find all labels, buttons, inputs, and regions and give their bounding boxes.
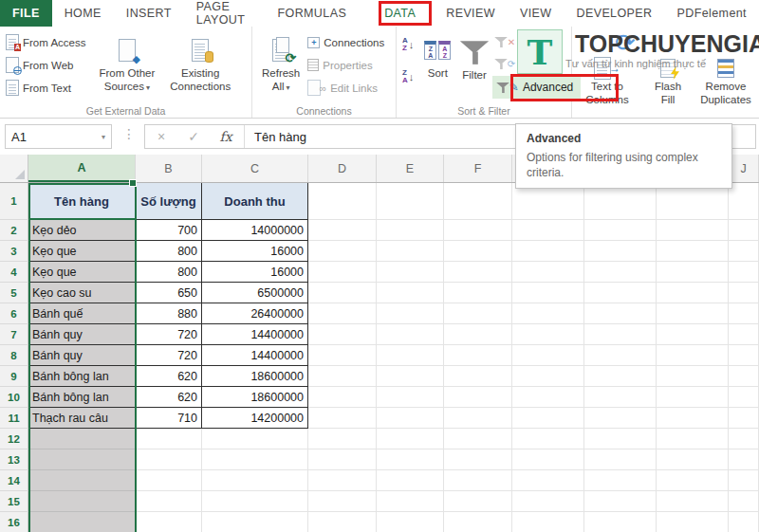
cell-J14[interactable] — [729, 470, 759, 491]
cell-A12[interactable] — [28, 429, 136, 449]
cell-G9[interactable] — [512, 366, 584, 387]
cell-I11[interactable] — [657, 408, 729, 429]
cell-F9[interactable] — [444, 366, 512, 387]
cell-B14[interactable] — [136, 470, 202, 491]
cell-D3[interactable] — [308, 241, 377, 262]
cell-E10[interactable] — [377, 387, 444, 408]
tab-pdfelement[interactable]: PDFelement — [665, 0, 759, 27]
cell-E5[interactable] — [377, 283, 444, 303]
workbook-connections-button[interactable]: + Connections — [307, 32, 384, 52]
column-header-b[interactable]: B — [136, 155, 202, 182]
cell-D15[interactable] — [308, 491, 377, 512]
edit-links-button[interactable]: ∞ Edit Links — [307, 78, 384, 98]
column-header-a[interactable]: A — [28, 155, 136, 182]
cell-I5[interactable] — [657, 283, 729, 303]
cell-H8[interactable] — [584, 345, 657, 366]
cell-C2[interactable]: 14000000 — [202, 220, 308, 241]
cell-J3[interactable] — [729, 241, 759, 262]
cell-C11[interactable]: 14200000 — [202, 408, 308, 429]
cell-J11[interactable] — [729, 408, 759, 429]
cell-E15[interactable] — [377, 491, 444, 512]
sort-descending-button[interactable]: ZA ↓ — [399, 64, 417, 89]
cell-G2[interactable] — [512, 220, 584, 241]
cell-E14[interactable] — [377, 470, 444, 491]
cell-G8[interactable] — [512, 345, 584, 366]
enter-button[interactable]: ✓ — [177, 129, 210, 144]
cell-D16[interactable] — [308, 512, 377, 532]
sort-ascending-button[interactable]: AZ ↓ — [399, 32, 417, 57]
cell-A10[interactable]: Bánh bông lan — [28, 387, 136, 408]
cell-E4[interactable] — [377, 262, 444, 283]
cell-G6[interactable] — [512, 303, 584, 324]
cell-E13[interactable] — [377, 449, 444, 470]
cell-H3[interactable] — [584, 241, 657, 262]
cell-F8[interactable] — [444, 345, 512, 366]
cell-B11[interactable]: 710 — [136, 408, 202, 429]
cell-J1[interactable] — [729, 183, 759, 220]
cell-B15[interactable] — [136, 491, 202, 512]
tab-home[interactable]: HOME — [52, 0, 114, 27]
cell-A13[interactable] — [28, 449, 136, 470]
column-header-c[interactable]: C — [202, 155, 308, 182]
cancel-button[interactable]: × — [145, 129, 177, 144]
cell-B1[interactable]: Số lượng — [136, 183, 202, 220]
cell-A7[interactable]: Bánh quy — [28, 324, 136, 345]
cell-E11[interactable] — [377, 408, 444, 429]
cell-J2[interactable] — [729, 220, 759, 241]
cell-A9[interactable]: Bánh bông lan — [28, 366, 136, 387]
row-header-11[interactable]: 11 — [0, 408, 28, 429]
tab-page-layout[interactable]: PAGE LAYOUT — [184, 0, 266, 27]
cell-I4[interactable] — [657, 262, 729, 283]
cell-G4[interactable] — [512, 262, 584, 283]
cell-A2[interactable]: Kẹo dẻo — [28, 220, 136, 241]
from-other-sources-button[interactable]: ◆ From Other Sources▾ — [93, 30, 160, 102]
cell-J5[interactable] — [729, 283, 759, 303]
cell-A14[interactable] — [28, 470, 136, 491]
cell-F4[interactable] — [444, 262, 512, 283]
cell-C16[interactable] — [202, 512, 308, 532]
row-header-1[interactable]: 1 — [0, 183, 28, 220]
existing-connections-button[interactable]: Existing Connections — [164, 30, 236, 102]
cell-J13[interactable] — [729, 449, 759, 470]
row-header-5[interactable]: 5 — [0, 283, 28, 303]
cell-H13[interactable] — [584, 449, 657, 470]
cell-B3[interactable]: 800 — [136, 241, 202, 262]
cell-H5[interactable] — [584, 283, 657, 303]
cell-G16[interactable] — [512, 512, 584, 532]
cell-J12[interactable] — [729, 429, 759, 449]
cell-C13[interactable] — [202, 449, 308, 470]
cell-B7[interactable]: 720 — [136, 324, 202, 345]
cell-C1[interactable]: Doanh thu — [202, 183, 308, 220]
row-header-10[interactable]: 10 — [0, 387, 28, 408]
cell-E16[interactable] — [377, 512, 444, 532]
cell-A5[interactable]: Kẹo cao su — [28, 283, 136, 303]
cell-D2[interactable] — [308, 220, 377, 241]
cell-J16[interactable] — [729, 512, 759, 532]
cell-B8[interactable]: 720 — [136, 345, 202, 366]
cell-E2[interactable] — [377, 220, 444, 241]
cell-E1[interactable] — [377, 183, 444, 220]
cell-H16[interactable] — [584, 512, 657, 532]
cell-I8[interactable] — [657, 345, 729, 366]
cell-F1[interactable] — [444, 183, 512, 220]
cell-B5[interactable]: 650 — [136, 283, 202, 303]
cell-F7[interactable] — [444, 324, 512, 345]
cell-G15[interactable] — [512, 491, 584, 512]
cell-J8[interactable] — [729, 345, 759, 366]
column-header-f[interactable]: F — [444, 155, 512, 182]
formula-input[interactable]: Tên hàng — [247, 130, 306, 144]
cell-H4[interactable] — [584, 262, 657, 283]
filter-button[interactable]: Filter — [456, 30, 492, 102]
cell-C15[interactable] — [202, 491, 308, 512]
cell-D9[interactable] — [308, 366, 377, 387]
cell-F16[interactable] — [444, 512, 512, 532]
cell-F10[interactable] — [444, 387, 512, 408]
cell-F12[interactable] — [444, 429, 512, 449]
cell-C14[interactable] — [202, 470, 308, 491]
tab-file[interactable]: FILE — [0, 0, 52, 27]
select-all-corner[interactable] — [0, 155, 28, 182]
cell-H6[interactable] — [584, 303, 657, 324]
formula-bar-handle-icon[interactable]: ⋮ — [122, 126, 136, 141]
cell-D1[interactable] — [308, 183, 377, 220]
cell-H10[interactable] — [584, 387, 657, 408]
